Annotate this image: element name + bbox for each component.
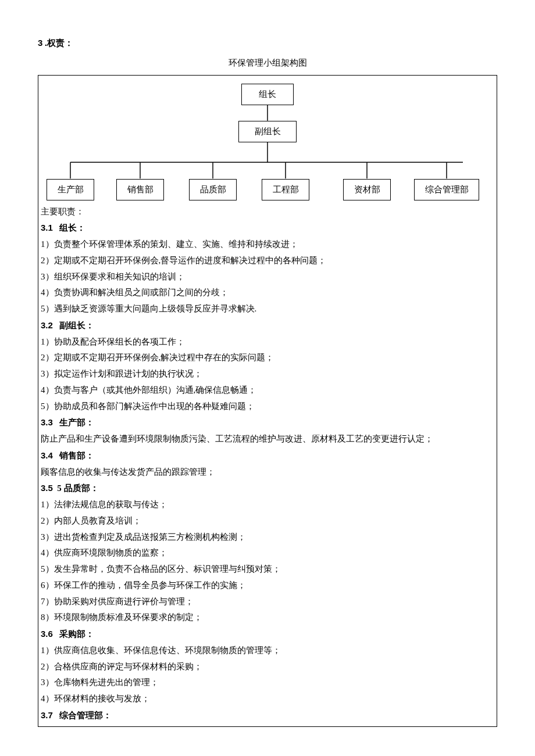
top-section-heading: 3 .权责： <box>38 35 497 52</box>
s32-item-4: 4）负责与客户（或其他外部组织）沟通,确保信息畅通； <box>41 382 494 399</box>
s35-item-3: 3）进出货检查判定及成品送报第三方检测机构检测； <box>41 529 494 546</box>
s35-item-1: 1）法律法规信息的获取与传达； <box>41 497 494 513</box>
s35-item-8: 8）环境限制物质标准及环保要求的制定； <box>41 610 494 626</box>
s31-item-3: 3）组织环保要求和相关知识的培训； <box>41 269 494 285</box>
section-3-4-num: 3.4 <box>41 450 53 460</box>
section-3-2-heading: 3.2 副组长： <box>41 317 494 334</box>
section-3-5-heading: 3.5 5 品质部： <box>41 480 494 497</box>
org-node-dept-2: 品质部 <box>189 179 237 201</box>
s35-item-7: 7）协助采购对供应商进行评价与管理； <box>41 594 494 610</box>
section-3-3-title: 生产部： <box>59 418 94 427</box>
section-3-6-title: 采购部： <box>59 629 94 639</box>
s36-item-3: 3）仓库物料先进先出的管理； <box>41 675 494 691</box>
s35-item-4: 4）供应商环境限制物质的监察； <box>41 545 494 561</box>
section-3-4-title: 销售部： <box>59 451 94 460</box>
main-responsibilities-heading: 主要职责： <box>41 204 494 220</box>
section-3-1-num: 3.1 <box>41 223 53 232</box>
org-node-deputy: 副组长 <box>238 121 297 143</box>
s31-item-2: 2）定期或不定期召开环保例会,督导运作的进度和解决过程中的各种问题； <box>41 253 494 269</box>
s36-item-1: 1）供应商信息收集、环保信息传达、环境限制物质的管理等； <box>41 643 494 659</box>
s32-item-1: 1）协助及配合环保组长的各项工作； <box>41 334 494 350</box>
top-section-label: .权责： <box>45 38 73 48</box>
s36-item-2: 2）合格供应商的评定与环保材料的采购； <box>41 659 494 675</box>
s32-item-2: 2）定期或不定期召开环保例会,解决过程中存在的实际问题； <box>41 350 494 366</box>
section-3-7-heading: 3.7 综合管理部： <box>41 707 494 724</box>
section-3-7-title: 综合管理部： <box>59 711 112 720</box>
s32-item-5: 5）协助成员和各部门解决运作中出现的各种疑难问题； <box>41 399 494 415</box>
s31-item-4: 4）负责协调和解决组员之间或部门之间的分歧； <box>41 285 494 301</box>
section-3-5-title: 5 品质部： <box>57 483 98 493</box>
section-3-2-num: 3.2 <box>41 320 53 330</box>
org-node-dept-0: 生产部 <box>47 179 94 201</box>
s35-item-6: 6）环保工作的推动，倡导全员参与环保工作的实施； <box>41 578 494 594</box>
content-frame: 主要职责： 3.1 组长： 1）负责整个环保管理体系的策划、建立、实施、维持和持… <box>38 202 497 727</box>
org-node-dept-4: 资材部 <box>343 179 391 201</box>
s31-item-5: 5）遇到缺乏资源等重大问题向上级领导反应并寻求解决. <box>41 301 494 317</box>
s36-item-4: 4）环保材料的接收与发放； <box>41 691 494 707</box>
section-3-5-num: 3.5 <box>41 483 53 493</box>
section-3-7-num: 3.7 <box>41 710 53 720</box>
section-3-1-heading: 3.1 组长： <box>41 220 494 237</box>
section-3-2-title: 副组长： <box>59 321 94 330</box>
section-3-6-heading: 3.6 采购部： <box>41 626 494 643</box>
section-3-6-num: 3.6 <box>41 629 53 639</box>
section-3-1-title: 组长： <box>59 223 85 232</box>
section-3-4-heading: 3.4 销售部： <box>41 447 494 464</box>
section-3-3-heading: 3.3 生产部： <box>41 414 494 431</box>
org-chart: 组长 副组长 生产部 销售部 品质部 工程部 资材部 综合管理部 <box>38 75 497 202</box>
org-node-dept-3: 工程部 <box>262 179 309 201</box>
s31-item-1: 1）负责整个环保管理体系的策划、建立、实施、维持和持续改进； <box>41 237 494 253</box>
s35-item-5: 5）发生异常时，负责不合格品的区分、标识管理与纠预对策； <box>41 561 494 578</box>
org-chart-title: 环保管理小组架构图 <box>38 55 497 71</box>
section-3-3-num: 3.3 <box>41 417 53 427</box>
org-node-leader: 组长 <box>241 84 294 106</box>
top-section-number: 3 <box>38 38 42 48</box>
s33-body: 防止产品和生产设备遭到环境限制物质污染、工艺流程的维护与改进、原材料及工艺的变更… <box>41 431 494 447</box>
s34-body: 顾客信息的收集与传达发货产品的跟踪管理； <box>41 464 494 481</box>
s32-item-3: 3）拟定运作计划和跟进计划的执行状况； <box>41 366 494 382</box>
org-node-dept-1: 销售部 <box>116 179 164 201</box>
org-node-dept-5: 综合管理部 <box>414 179 479 201</box>
s35-item-2: 2）内部人员教育及培训； <box>41 513 494 529</box>
